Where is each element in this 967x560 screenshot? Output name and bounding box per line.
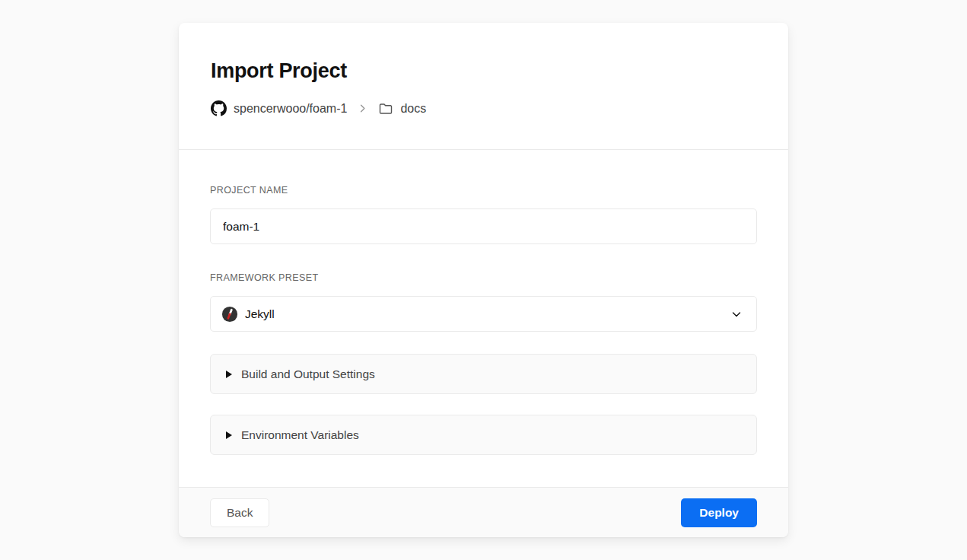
card-header: Import Project spencerwooo/foam-1 docs (179, 23, 788, 150)
breadcrumb-directory: docs (400, 102, 426, 116)
chevron-right-icon (357, 103, 368, 114)
accordion-build-output-settings[interactable]: Build and Output Settings (210, 354, 757, 394)
jekyll-icon (221, 306, 238, 323)
breadcrumb-repo: spencerwooo/foam-1 (234, 102, 347, 116)
project-name-input[interactable] (210, 208, 757, 244)
framework-preset-label: FRAMEWORK PRESET (210, 272, 757, 283)
github-icon (211, 100, 227, 116)
accordion-label: Environment Variables (241, 428, 359, 442)
chevron-down-icon (730, 308, 743, 320)
project-name-label: PROJECT NAME (210, 185, 757, 196)
framework-selected-value: Jekyll (245, 307, 275, 321)
card-footer: Back Deploy (179, 487, 788, 537)
import-project-card: Import Project spencerwooo/foam-1 docs (179, 23, 788, 537)
folder-icon (378, 101, 393, 116)
triangle-right-icon (226, 371, 232, 378)
deploy-button[interactable]: Deploy (681, 498, 757, 527)
page-title: Import Project (211, 59, 756, 83)
accordion-environment-variables[interactable]: Environment Variables (210, 415, 757, 455)
breadcrumb: spencerwooo/foam-1 docs (211, 100, 756, 116)
back-button[interactable]: Back (210, 498, 269, 527)
accordion-label: Build and Output Settings (241, 368, 375, 381)
page-background: { "page": { "background_color": "#fafafa… (0, 0, 967, 560)
triangle-right-icon (226, 431, 232, 439)
framework-preset-select[interactable]: Jekyll (210, 296, 757, 332)
import-form: PROJECT NAME FRAMEWORK PRESET Jekyll (179, 150, 788, 487)
